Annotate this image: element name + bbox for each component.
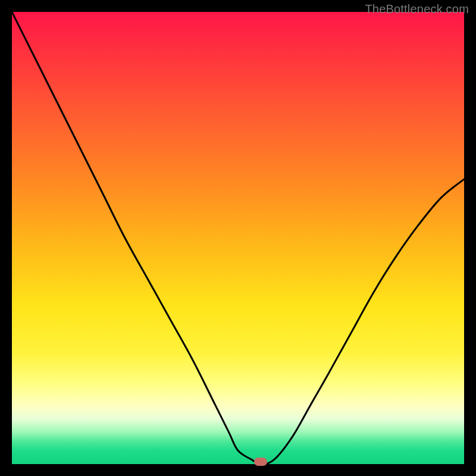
bottleneck-curve [12, 12, 464, 464]
chart-frame: TheBottleneck.com [0, 0, 476, 476]
watermark-text: TheBottleneck.com [365, 2, 469, 16]
optimal-marker [254, 458, 267, 466]
plot-area [12, 12, 464, 464]
